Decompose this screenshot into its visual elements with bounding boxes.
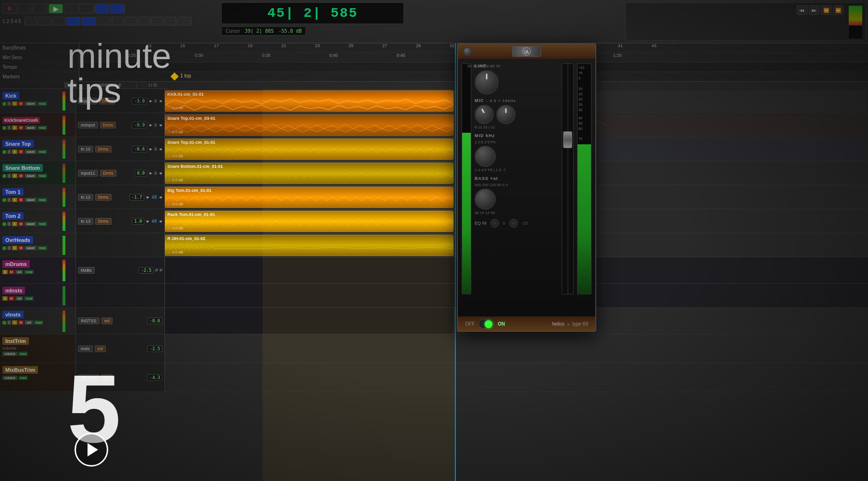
plugin-bass-label: BASS +at xyxy=(475,176,552,181)
mdrums-lane xyxy=(165,257,453,283)
plugin-mid-knob[interactable] xyxy=(475,146,496,167)
play-icon xyxy=(88,443,98,456)
plugin-vu-right: +10 +5 0 10 15 20 25 30 40 50 60 75 xyxy=(577,63,591,294)
plugin-on-label: ON xyxy=(498,321,505,327)
tips-tips-label: tips xyxy=(67,73,171,108)
track-solo-btn-minsts[interactable]: S xyxy=(2,296,8,301)
tracks-main: Kick I S M wave read Input 1 Drms -3.0 ►… xyxy=(0,89,868,481)
insert-box-snaretop[interactable]: In 10 xyxy=(78,146,93,152)
plugin-mic-knob1[interactable] xyxy=(475,105,494,124)
track-name-mdrums[interactable]: mDrums xyxy=(2,260,30,268)
plugin-fader-strip xyxy=(562,63,574,294)
track-vol-btn-mixbustrim[interactable]: volume xyxy=(2,376,17,380)
insert-box-snarebottom[interactable]: Input11 xyxy=(78,170,98,177)
track-name-snarebottom[interactable]: Snare Bottom xyxy=(2,164,43,172)
plugin-close-btn[interactable] xyxy=(463,47,472,56)
plugin-vu-left: +10 +5 0 xyxy=(462,63,471,294)
track-mute-btn-mdrums[interactable]: M xyxy=(9,270,14,274)
track-controls-snarebottom: Input11 Drms 0.0 ► 0 ◄ xyxy=(76,161,165,185)
track-controls-tom1: In 12 Drms -1.7 ► 48 ◄ xyxy=(76,185,165,209)
fader-value-mdrums: -2.5 xyxy=(138,267,154,274)
plugin-wood-top: IA xyxy=(458,44,595,59)
waveform-clip-tom1: Big Tom.01-cm_01-01 ⌂ -3.0 dB xyxy=(165,187,453,208)
waveform-clip-kick: Kick.01-cm_01-01 ⌂ -3.0 dB xyxy=(165,90,453,112)
plugin-body: +10 +5 0 LINE 203040506070 xyxy=(458,59,595,316)
track-read-btn-mixbustrim[interactable]: read xyxy=(18,376,28,380)
track-read-btn-insttrim[interactable]: read xyxy=(18,352,28,356)
track-controls-vinsts: INSTSS vol -0.6 xyxy=(76,308,165,334)
play-button[interactable] xyxy=(75,433,108,467)
plugin-bass-knob[interactable] xyxy=(475,189,496,210)
track-mute-btn-kick[interactable]: M xyxy=(18,101,24,106)
fader-value-tom2: 1.0 xyxy=(132,218,144,225)
track-solo-btn-mdrums[interactable]: S xyxy=(2,270,8,274)
track-name-ovrheads[interactable]: OvrHeads xyxy=(2,236,33,244)
track-name-kick[interactable]: Kick xyxy=(2,92,19,100)
track-name-tom2[interactable]: Tom 2 xyxy=(2,212,24,220)
track-wave-btn-kick[interactable]: wave xyxy=(25,101,36,106)
track-record-btn-kick[interactable] xyxy=(2,102,6,106)
insert-box-tom2[interactable]: In 13 xyxy=(78,218,93,225)
track-name-vinsts[interactable]: vInsts xyxy=(2,311,24,318)
track-name-mixbustrim[interactable]: MixBusTrim xyxy=(2,366,38,374)
fader-value-vinsts: -0.6 xyxy=(147,317,163,324)
track-record-btn-kicksnare[interactable] xyxy=(2,126,6,130)
vu-meter-minsts xyxy=(63,286,65,305)
plugin-fader-handle[interactable] xyxy=(563,131,572,148)
io-box-vinsts[interactable]: vol xyxy=(101,317,113,324)
track-vol-btn-mdrums[interactable]: vol xyxy=(15,270,24,274)
track-read-btn-mdrums[interactable]: read xyxy=(24,270,34,274)
fader-value-insttrim: -2.5 xyxy=(147,345,163,352)
insert-box-mdrums[interactable]: MxBs xyxy=(78,267,95,274)
track-read-btn-minsts[interactable]: read xyxy=(24,296,34,301)
track-controls-kicksnare: noinput Drms -9.9 ► 0 ◄ xyxy=(76,113,165,137)
track-row-minsts: mInsts S M vol read xyxy=(0,284,868,308)
io-box-kicksnare[interactable]: Drms xyxy=(100,122,116,128)
plugin-power-section: OFF ON xyxy=(465,319,505,329)
svg-text:IA: IA xyxy=(524,50,529,55)
insert-box-tom1[interactable]: In 12 xyxy=(78,194,93,201)
track-solo-btn-kick[interactable]: S xyxy=(12,101,17,106)
track-row-tom1: Tom 1 I S M wave read In 12 Drms -1.7 ► … xyxy=(0,185,868,209)
track-vol-btn-insttrim[interactable]: volume xyxy=(2,352,17,356)
transport-display: 45| 2| 585 xyxy=(221,2,404,24)
waveform-clip-tom2: Rack Tom.01-cm_01-01 ⌂ -3.0 dB xyxy=(165,211,453,232)
vu-meter-kick xyxy=(63,91,65,111)
track-input-btn-kick[interactable]: I xyxy=(7,101,11,106)
track-mute-btn-minsts[interactable]: M xyxy=(9,296,14,301)
io-box-snarebottom[interactable]: Drms xyxy=(100,170,116,177)
plugin-mic-knobs xyxy=(475,105,552,124)
waveform-clip-ovrheads: R OH.01-cm_01-02 ⌂ -3.0 dB xyxy=(165,235,453,256)
track-name-insttrim[interactable]: InstTrim xyxy=(2,337,29,345)
track-name-kicksnare[interactable]: KickSnareCrush xyxy=(2,117,40,124)
plugin-mic-knob2[interactable] xyxy=(496,105,516,124)
track-name-tom1[interactable]: Tom 1 xyxy=(2,188,24,196)
track-input-btn-kicksnare[interactable]: I xyxy=(7,126,11,130)
track-name-minsts[interactable]: mInsts xyxy=(2,287,25,294)
insert-box-kicksnare[interactable]: noinput xyxy=(78,122,98,128)
track-vol-btn-minsts[interactable]: vol xyxy=(15,296,24,301)
plugin-line-knob[interactable]: 203040506070 xyxy=(475,70,499,94)
plugin-brand: helios xyxy=(552,321,565,327)
track-wave-btn-kicksnare[interactable]: wave xyxy=(25,126,36,130)
plugin-power-toggle[interactable] xyxy=(478,319,494,329)
track-name-snaretop[interactable]: Snare Top xyxy=(2,140,34,148)
io-box-insttrim[interactable]: vol xyxy=(95,345,106,352)
insert-box-vinsts[interactable]: INSTSS xyxy=(78,317,100,324)
insert-box-insttrim[interactable]: insts xyxy=(78,345,93,352)
track-mute-btn-kicksnare[interactable]: M xyxy=(18,126,24,130)
plugin-eq-knob2[interactable] xyxy=(509,219,518,228)
track-read-btn-kicksnare[interactable]: read xyxy=(38,126,47,130)
plugin-header-logo: IA xyxy=(512,46,541,57)
plugin-window: IA +10 +5 0 LINE 20304050 xyxy=(457,43,596,332)
plugin-mid-section: MID kHz 1 2·8 3·5 PK 1·4 4·5 TR | 1 6 -7 xyxy=(475,133,552,172)
io-box-tom1[interactable]: Drms xyxy=(95,194,112,201)
fader-value-snaretop: -0.6 xyxy=(132,146,147,152)
track-solo-btn-kicksnare[interactable]: S xyxy=(12,126,17,130)
track-record-btn-snaretop[interactable] xyxy=(2,150,6,154)
track-row-snarebottom: Snare Bottom I S M wave read Input11 Drm… xyxy=(0,161,868,185)
track-read-btn-kick[interactable]: read xyxy=(38,101,47,106)
plugin-eq-knob1[interactable] xyxy=(491,219,499,228)
io-box-snaretop[interactable]: Drms xyxy=(95,146,112,152)
io-box-tom2[interactable]: Drms xyxy=(95,218,112,225)
